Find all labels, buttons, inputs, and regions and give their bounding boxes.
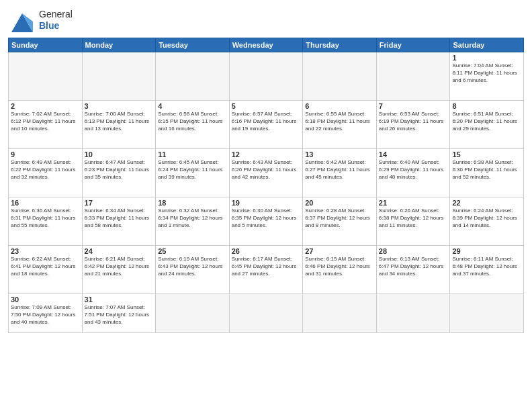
calendar-cell: 27Sunrise: 6:15 AM Sunset: 6:46 PM Dayli…	[303, 246, 377, 294]
day-info: Sunrise: 6:30 AM Sunset: 6:35 PM Dayligh…	[232, 208, 301, 229]
calendar-cell: 15Sunrise: 6:38 AM Sunset: 6:30 PM Dayli…	[450, 149, 524, 197]
day-number: 9	[11, 150, 80, 158]
calendar-table: SundayMondayTuesdayWednesdayThursdayFrid…	[8, 38, 524, 333]
weekday-header-row: SundayMondayTuesdayWednesdayThursdayFrid…	[9, 38, 524, 52]
calendar-week-row: 30Sunrise: 7:09 AM Sunset: 7:50 PM Dayli…	[9, 294, 524, 333]
calendar-cell: 28Sunrise: 6:13 AM Sunset: 6:47 PM Dayli…	[376, 246, 450, 294]
day-info: Sunrise: 7:09 AM Sunset: 7:50 PM Dayligh…	[11, 304, 80, 326]
day-info: Sunrise: 7:00 AM Sunset: 6:13 PM Dayligh…	[85, 111, 154, 132]
day-number: 23	[11, 247, 80, 255]
day-number: 29	[452, 247, 521, 255]
calendar-week-row: 9Sunrise: 6:49 AM Sunset: 6:22 PM Daylig…	[9, 149, 524, 197]
calendar-week-row: 23Sunrise: 6:22 AM Sunset: 6:41 PM Dayli…	[9, 246, 524, 294]
calendar-cell: 11Sunrise: 6:45 AM Sunset: 6:24 PM Dayli…	[156, 149, 230, 197]
day-info: Sunrise: 6:58 AM Sunset: 6:15 PM Dayligh…	[158, 111, 227, 132]
day-info: Sunrise: 6:34 AM Sunset: 6:33 PM Dayligh…	[85, 208, 154, 229]
calendar-cell: 24Sunrise: 6:21 AM Sunset: 6:42 PM Dayli…	[82, 246, 156, 294]
weekday-sunday: Sunday	[9, 38, 83, 52]
calendar-cell: 16Sunrise: 6:36 AM Sunset: 6:31 PM Dayli…	[9, 197, 83, 246]
weekday-saturday: Saturday	[450, 38, 524, 52]
day-info: Sunrise: 6:32 AM Sunset: 6:34 PM Dayligh…	[158, 208, 227, 229]
calendar-cell: 23Sunrise: 6:22 AM Sunset: 6:41 PM Dayli…	[9, 246, 83, 294]
calendar-cell: 22Sunrise: 6:24 AM Sunset: 6:39 PM Dayli…	[450, 197, 524, 246]
calendar-cell	[82, 52, 156, 101]
calendar-cell: 13Sunrise: 6:42 AM Sunset: 6:27 PM Dayli…	[303, 149, 377, 197]
logo: GeneralBlue	[8, 7, 73, 34]
calendar-cell	[229, 294, 303, 333]
day-info: Sunrise: 6:47 AM Sunset: 6:23 PM Dayligh…	[85, 159, 154, 181]
day-info: Sunrise: 6:42 AM Sunset: 6:27 PM Dayligh…	[305, 159, 374, 181]
day-info: Sunrise: 6:53 AM Sunset: 6:19 PM Dayligh…	[379, 111, 448, 132]
day-number: 6	[305, 102, 374, 110]
day-number: 8	[452, 102, 521, 110]
day-info: Sunrise: 6:22 AM Sunset: 6:41 PM Dayligh…	[11, 256, 80, 277]
day-number: 1	[452, 54, 521, 62]
day-number: 26	[232, 247, 301, 255]
calendar-cell: 17Sunrise: 6:34 AM Sunset: 6:33 PM Dayli…	[82, 197, 156, 246]
day-number: 16	[11, 199, 80, 207]
weekday-wednesday: Wednesday	[229, 38, 303, 52]
day-number: 20	[305, 199, 374, 207]
calendar-cell: 10Sunrise: 6:47 AM Sunset: 6:23 PM Dayli…	[82, 149, 156, 197]
day-number: 14	[379, 150, 448, 158]
calendar-cell	[229, 52, 303, 101]
calendar-cell: 8Sunrise: 6:51 AM Sunset: 6:20 PM Daylig…	[450, 101, 524, 149]
calendar-cell: 7Sunrise: 6:53 AM Sunset: 6:19 PM Daylig…	[376, 101, 450, 149]
day-number: 30	[11, 295, 80, 304]
day-number: 15	[452, 150, 521, 158]
day-number: 22	[452, 199, 521, 207]
day-info: Sunrise: 6:17 AM Sunset: 6:45 PM Dayligh…	[232, 256, 301, 277]
calendar-cell: 31Sunrise: 7:07 AM Sunset: 7:51 PM Dayli…	[82, 294, 156, 333]
calendar-cell: 1Sunrise: 7:04 AM Sunset: 6:11 PM Daylig…	[450, 52, 524, 101]
day-info: Sunrise: 6:38 AM Sunset: 6:30 PM Dayligh…	[452, 159, 521, 181]
day-info: Sunrise: 6:28 AM Sunset: 6:37 PM Dayligh…	[305, 208, 374, 229]
day-info: Sunrise: 6:51 AM Sunset: 6:20 PM Dayligh…	[452, 111, 521, 132]
calendar-cell: 3Sunrise: 7:00 AM Sunset: 6:13 PM Daylig…	[82, 101, 156, 149]
calendar-cell: 29Sunrise: 6:11 AM Sunset: 6:48 PM Dayli…	[450, 246, 524, 294]
calendar-cell: 5Sunrise: 6:57 AM Sunset: 6:16 PM Daylig…	[229, 101, 303, 149]
day-number: 28	[379, 247, 448, 255]
day-info: Sunrise: 6:40 AM Sunset: 6:29 PM Dayligh…	[379, 159, 448, 181]
weekday-friday: Friday	[376, 38, 450, 52]
day-info: Sunrise: 7:02 AM Sunset: 6:12 PM Dayligh…	[11, 111, 80, 132]
header: GeneralBlue	[8, 7, 524, 34]
day-info: Sunrise: 6:15 AM Sunset: 6:46 PM Dayligh…	[305, 256, 374, 277]
calendar-week-row: 16Sunrise: 6:36 AM Sunset: 6:31 PM Dayli…	[9, 197, 524, 246]
calendar-cell: 21Sunrise: 6:26 AM Sunset: 6:38 PM Dayli…	[376, 197, 450, 246]
calendar-cell: 26Sunrise: 6:17 AM Sunset: 6:45 PM Dayli…	[229, 246, 303, 294]
calendar-cell	[376, 294, 450, 333]
day-info: Sunrise: 6:49 AM Sunset: 6:22 PM Dayligh…	[11, 159, 80, 181]
day-info: Sunrise: 6:13 AM Sunset: 6:47 PM Dayligh…	[379, 256, 448, 277]
day-number: 17	[85, 199, 154, 207]
generalblue-icon	[8, 7, 36, 34]
logo-general: General	[39, 9, 73, 20]
calendar-cell	[9, 52, 83, 101]
calendar-cell: 2Sunrise: 7:02 AM Sunset: 6:12 PM Daylig…	[9, 101, 83, 149]
day-info: Sunrise: 6:24 AM Sunset: 6:39 PM Dayligh…	[452, 208, 521, 229]
day-number: 27	[305, 247, 374, 255]
day-info: Sunrise: 6:21 AM Sunset: 6:42 PM Dayligh…	[85, 256, 154, 277]
day-number: 21	[379, 199, 448, 207]
calendar-cell	[156, 294, 230, 333]
day-number: 3	[85, 102, 154, 110]
calendar-cell: 12Sunrise: 6:43 AM Sunset: 6:26 PM Dayli…	[229, 149, 303, 197]
calendar-week-row: 1Sunrise: 7:04 AM Sunset: 6:11 PM Daylig…	[9, 52, 524, 101]
day-info: Sunrise: 6:57 AM Sunset: 6:16 PM Dayligh…	[232, 111, 301, 132]
calendar-cell: 30Sunrise: 7:09 AM Sunset: 7:50 PM Dayli…	[9, 294, 83, 333]
day-number: 25	[158, 247, 227, 255]
calendar-cell	[450, 294, 524, 333]
calendar-cell: 4Sunrise: 6:58 AM Sunset: 6:15 PM Daylig…	[156, 101, 230, 149]
day-info: Sunrise: 6:36 AM Sunset: 6:31 PM Dayligh…	[11, 208, 80, 229]
calendar-cell: 19Sunrise: 6:30 AM Sunset: 6:35 PM Dayli…	[229, 197, 303, 246]
calendar-cell	[303, 294, 377, 333]
calendar-cell	[376, 52, 450, 101]
day-number: 7	[379, 102, 448, 110]
calendar-cell	[303, 52, 377, 101]
weekday-monday: Monday	[82, 38, 156, 52]
day-number: 10	[85, 150, 154, 158]
page: GeneralBlue SundayMondayTuesdayWednesday…	[0, 0, 532, 411]
day-number: 24	[85, 247, 154, 255]
day-info: Sunrise: 6:55 AM Sunset: 6:18 PM Dayligh…	[305, 111, 374, 132]
calendar-cell	[156, 52, 230, 101]
day-info: Sunrise: 6:11 AM Sunset: 6:48 PM Dayligh…	[452, 256, 521, 277]
